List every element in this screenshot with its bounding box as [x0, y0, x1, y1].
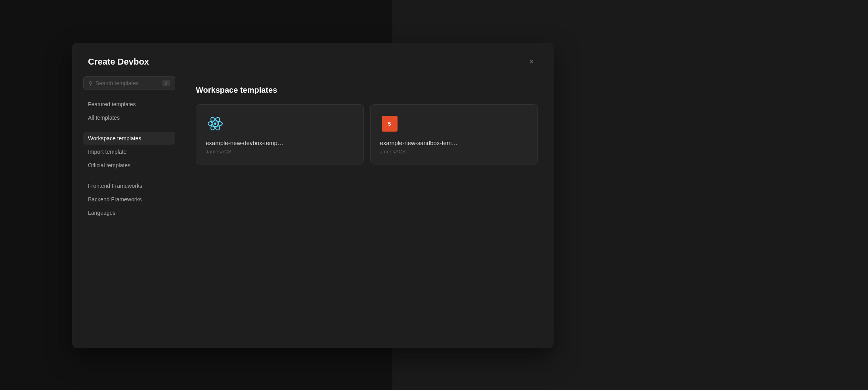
template-card-1[interactable]: example-new-devbox-temp… JamesACS [196, 104, 364, 164]
sidebar-item-import[interactable]: Import template [83, 145, 175, 158]
sidebar-item-official[interactable]: Official templates [83, 159, 175, 172]
template-2-name: example-new-sandbox-tem… [380, 140, 528, 146]
sidebar-item-frontend[interactable]: Frontend Frameworks [83, 180, 175, 192]
modal-body: ⚲ Search templates / Featured templates … [72, 76, 554, 348]
nav-gap-2 [83, 172, 175, 179]
modal-title: Create Devbox [88, 57, 149, 67]
close-button[interactable]: × [525, 55, 538, 68]
nav-gap-1 [83, 125, 175, 131]
template-1-author: JamesACS [206, 149, 354, 155]
sidebar: ⚲ Search templates / Featured templates … [72, 76, 183, 348]
sidebar-item-all-label: All templates [88, 115, 120, 121]
sidebar-item-official-label: Official templates [88, 162, 130, 168]
sidebar-item-workspace[interactable]: Workspace templates [83, 132, 175, 145]
sidebar-item-frontend-label: Frontend Frameworks [88, 183, 142, 189]
sidebar-item-backend-label: Backend Frameworks [88, 196, 141, 203]
sidebar-item-workspace-label: Workspace templates [88, 135, 141, 141]
svg-point-3 [214, 122, 216, 125]
sidebar-item-languages-label: Languages [88, 210, 115, 216]
template-2-author: JamesACS [380, 149, 528, 155]
template-icon-html5: 5 [380, 114, 399, 133]
close-icon: × [530, 58, 534, 66]
modal-header: Create Devbox × [72, 43, 554, 76]
html5-icon: 5 [382, 116, 398, 132]
template-1-name: example-new-devbox-temp… [206, 140, 354, 146]
search-box[interactable]: ⚲ Search templates / [83, 76, 175, 90]
main-content: Workspace templates example-new-devbox-t… [183, 76, 554, 348]
sidebar-item-backend[interactable]: Backend Frameworks [83, 193, 175, 206]
template-icon-react [206, 114, 225, 133]
template-card-2[interactable]: 5 example-new-sandbox-tem… JamesACS [370, 104, 538, 164]
search-shortcut: / [163, 80, 170, 86]
templates-grid: example-new-devbox-temp… JamesACS 5 exam… [196, 104, 538, 164]
sidebar-item-all[interactable]: All templates [83, 111, 175, 124]
search-icon: ⚲ [88, 80, 92, 86]
section-title: Workspace templates [196, 86, 538, 95]
search-placeholder: Search templates [96, 80, 159, 86]
react-icon [207, 116, 223, 132]
sidebar-item-featured-label: Featured templates [88, 101, 136, 107]
create-devbox-modal: Create Devbox × ⚲ Search templates / Fea… [72, 43, 554, 348]
sidebar-item-import-label: Import template [88, 149, 126, 155]
sidebar-item-languages[interactable]: Languages [83, 206, 175, 219]
sidebar-item-featured[interactable]: Featured templates [83, 98, 175, 111]
